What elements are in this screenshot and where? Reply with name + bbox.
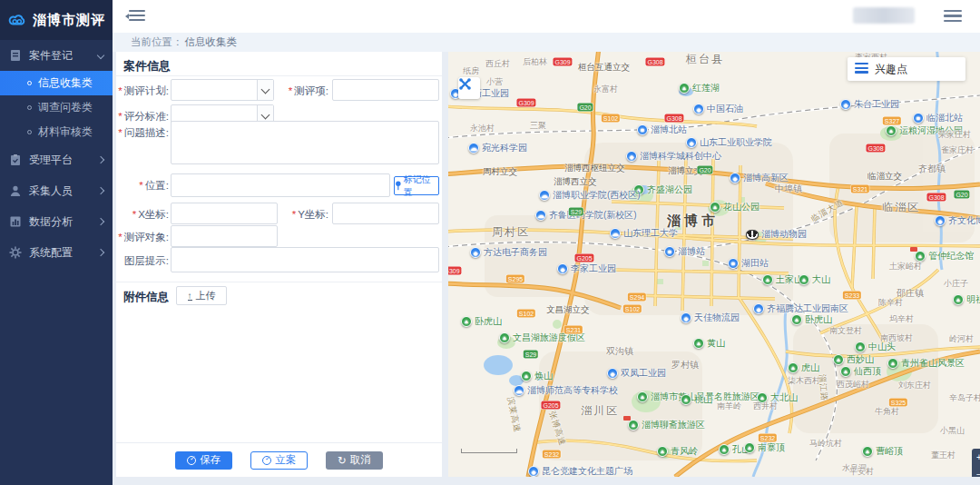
gear-icon bbox=[9, 246, 22, 259]
map-zoom-control[interactable]: + − bbox=[972, 449, 980, 477]
check-circle-icon bbox=[187, 456, 196, 465]
map-label: 虎山 bbox=[801, 361, 819, 374]
map-place-label: 雀家庄村 bbox=[941, 144, 974, 156]
item-input[interactable] bbox=[332, 79, 439, 101]
road-number-badge: S325 bbox=[889, 399, 907, 407]
x-coord-input[interactable] bbox=[171, 203, 278, 224]
sidebar-subitem-survey[interactable]: 调查问卷类 bbox=[0, 95, 113, 120]
upload-icon: ↑ bbox=[188, 292, 192, 301]
map-place-label: 张博高速 bbox=[546, 410, 569, 448]
map-marker-icon: ▲ bbox=[693, 338, 704, 349]
map-tools-button[interactable] bbox=[458, 77, 480, 99]
map-marker-icon: ◆ bbox=[935, 215, 946, 226]
plan-select[interactable] bbox=[171, 79, 274, 101]
map-label: 牛角村 bbox=[875, 406, 899, 418]
map-label: 仙西顶 bbox=[854, 365, 881, 378]
zoom-out-button[interactable]: − bbox=[972, 466, 980, 477]
menu-fold-icon[interactable] bbox=[129, 10, 145, 23]
map-place-label: 西井村 bbox=[753, 401, 778, 412]
map-place-label: 坞辛村 bbox=[889, 313, 914, 325]
map-marker-icon: ◆ bbox=[626, 151, 637, 162]
zoom-in-button[interactable]: + bbox=[972, 449, 980, 466]
sidebar-item-system-config[interactable]: 系统配置 bbox=[0, 237, 113, 268]
target-input[interactable] bbox=[171, 225, 278, 247]
map-canvas[interactable]: 西丘村纸房小营后柏林桓台互通立交永富村李家西村桓台县▲红莲湖◆中国石油◆创新工业… bbox=[448, 52, 980, 477]
map-label: 青风岭 bbox=[671, 445, 698, 458]
save-button[interactable]: 保存 bbox=[175, 451, 232, 470]
map-marker-icon: ▲ bbox=[855, 341, 866, 352]
map-poi: ■淄博站 bbox=[664, 245, 705, 258]
desc-label: *问题描述: bbox=[116, 126, 169, 140]
map-label: 西井村 bbox=[753, 401, 778, 412]
map-place-label: 牛角村 bbox=[875, 406, 899, 418]
map-place-label: 刘东庄村 bbox=[898, 380, 931, 391]
sidebar-item-data-analysis[interactable]: 数据分析 bbox=[0, 206, 113, 237]
poi-panel[interactable]: 兴趣点 bbox=[848, 57, 965, 81]
map-label: 小黑山 bbox=[940, 425, 965, 437]
map-place-label: 董王村 bbox=[931, 450, 956, 461]
map-marker-icon: ▲ bbox=[953, 294, 964, 305]
y-coord-input[interactable] bbox=[332, 203, 439, 224]
road-number-badge: G309 bbox=[448, 267, 462, 275]
layer-input[interactable] bbox=[171, 247, 439, 272]
map-label: 红莲湖 bbox=[692, 82, 720, 94]
map-label: 周村区 bbox=[492, 224, 530, 240]
desc-textarea[interactable] bbox=[171, 121, 439, 164]
section-title: 案件信息 bbox=[123, 58, 171, 74]
map-poi: ◆淄博高新区 bbox=[730, 172, 789, 184]
sidebar-item-collectors[interactable]: 采集人员 bbox=[0, 175, 113, 206]
map-label: 山东理工大学 bbox=[623, 227, 678, 240]
map-marker-icon: ▲ bbox=[862, 446, 873, 457]
map-marker-icon: ◆ bbox=[528, 466, 539, 477]
undo-icon: ↻ bbox=[338, 454, 347, 467]
map-place-label: 荣家庄村 bbox=[938, 129, 971, 141]
map-marker-icon: ◆ bbox=[681, 312, 691, 323]
case-form-panel: 案件信息 *测评计划: *测评项: *评分标准: *问题描述: *位置: 标记位… bbox=[116, 52, 442, 477]
road-number-badge: S321 bbox=[851, 185, 869, 193]
sidebar-item-label: 案件登记 bbox=[29, 48, 73, 64]
map-label: 文昌湖立交 bbox=[546, 304, 590, 316]
map-marker-icon: ☁ bbox=[468, 143, 479, 153]
map-place-label: 永富村 bbox=[593, 84, 618, 95]
map-marker-icon: ■ bbox=[728, 258, 739, 269]
map-label: 西丘村 bbox=[485, 58, 510, 70]
cancel-button[interactable]: ↻ 取消 bbox=[326, 451, 383, 470]
map-label: 临淄立交 bbox=[867, 171, 902, 183]
map-poi: ▲焕山 bbox=[521, 370, 553, 382]
chevron-down-icon bbox=[97, 52, 104, 59]
map-place-label: 周村区 bbox=[492, 224, 530, 240]
sidebar-item-case-register[interactable]: 案件登记 bbox=[0, 40, 113, 71]
sidebar-item-accept-platform[interactable]: 受理平台 bbox=[0, 144, 113, 175]
map-label: 天佳物流园 bbox=[694, 312, 740, 324]
map-place-label: 临淄大道 bbox=[808, 196, 846, 224]
map-label: 淄博师范高等专科学校 bbox=[527, 384, 618, 397]
map-marker-icon: ▲ bbox=[628, 420, 639, 431]
map-marker-icon: ◆ bbox=[693, 104, 704, 114]
map-label: 坞辛村 bbox=[889, 313, 914, 325]
map-poi: ◆山东工业职业学院 bbox=[686, 136, 772, 149]
hamburger-menu-icon[interactable] bbox=[944, 10, 962, 23]
road-number-badge: S327 bbox=[883, 117, 901, 125]
road-number-badge: G205 bbox=[541, 401, 560, 410]
map-poi: ☁淄博职业学院(西校区) bbox=[539, 189, 641, 202]
register-case-button[interactable]: 立案 bbox=[250, 451, 308, 470]
sidebar-subitem-info-collect[interactable]: 信息收集类 bbox=[0, 71, 113, 95]
map-label: 湖田站 bbox=[741, 257, 769, 270]
map-scale-bar bbox=[461, 449, 517, 453]
map-marker-icon: ▲ bbox=[710, 202, 720, 213]
map-marker-icon: ▲ bbox=[887, 358, 898, 369]
map-marker-icon: ▲ bbox=[744, 442, 755, 453]
sidebar: 淄博市测评 案件登记 信息收集类 调查问卷类 材料审核类 受理平台 bbox=[0, 0, 113, 485]
user-name-blurred[interactable] bbox=[853, 7, 915, 24]
map-poi: ◆齐文化博物馆 bbox=[935, 214, 980, 227]
sidebar-subitem-material-review[interactable]: 材料审核类 bbox=[0, 120, 113, 144]
attachments-title: 附件信息 bbox=[123, 290, 169, 305]
upload-button[interactable]: ↑ 上传 bbox=[176, 286, 227, 305]
map-poi: 淄博动物园 bbox=[746, 228, 807, 241]
document-icon bbox=[9, 49, 22, 62]
mark-location-button[interactable]: 标记位置 bbox=[394, 176, 439, 195]
map-label: 齐盛湖公园 bbox=[647, 183, 692, 196]
location-input[interactable] bbox=[171, 173, 390, 197]
road-number-badge: S102 bbox=[602, 114, 620, 123]
map-marker-icon: ■ bbox=[637, 124, 648, 135]
